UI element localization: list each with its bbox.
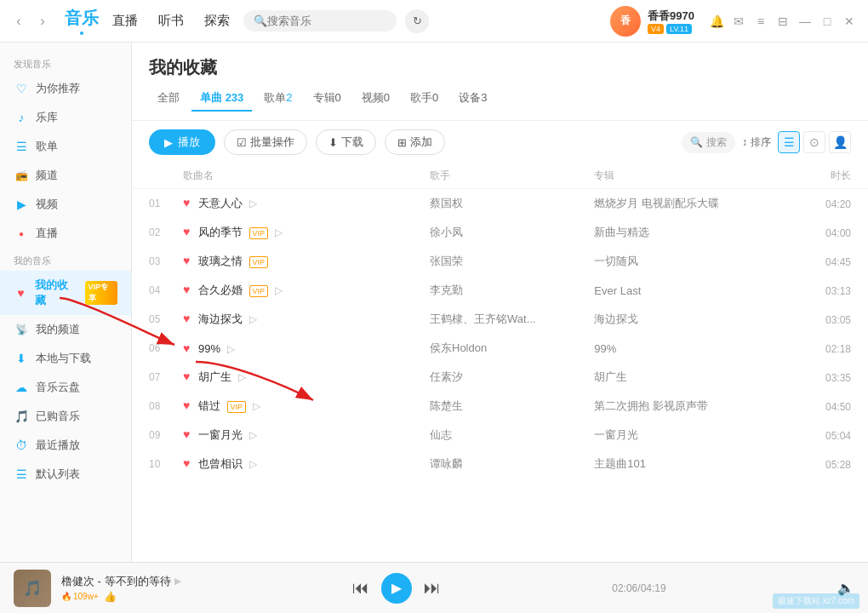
song-num: 03 bbox=[149, 255, 183, 267]
song-play-btn[interactable]: ▷ bbox=[227, 343, 235, 355]
vip-tag: VIP专享 bbox=[85, 281, 117, 305]
vip-song-tag: VIP bbox=[249, 227, 269, 239]
song-list: 01 ♥ 天意人心 ▷ 蔡国权 燃烧岁月 电视剧配乐大碟 04:20 02 ♥ … bbox=[132, 189, 868, 562]
tab-album[interactable]: 专辑0 bbox=[305, 86, 350, 112]
col-num-header bbox=[149, 169, 183, 183]
table-row[interactable]: 09 ♥ 一窗月光 ▷ 仙志 一窗月光 05:04 bbox=[132, 421, 868, 450]
sidebar-section-mymusic: 我的音乐 bbox=[0, 248, 131, 271]
song-num: 06 bbox=[149, 342, 183, 354]
table-row[interactable]: 06 ♥ 99% ▷ 侯东Holdon 99% 02:18 bbox=[132, 334, 868, 363]
live-icon: ● bbox=[14, 226, 29, 241]
song-duration-cell: 03:05 bbox=[800, 313, 851, 326]
song-play-btn[interactable]: ▷ bbox=[249, 429, 257, 441]
tab-playlist[interactable]: 歌单2 bbox=[255, 86, 300, 112]
batch-button[interactable]: ☑ 批量操作 bbox=[224, 129, 307, 155]
heart-icon[interactable]: ♥ bbox=[183, 312, 190, 325]
tab-songs[interactable]: 单曲 233 bbox=[191, 86, 252, 112]
table-row[interactable]: 03 ♥ 玻璃之情 VIP 张国荣 一切随风 04:45 bbox=[132, 247, 868, 276]
sidebar-label-download: 本地与下载 bbox=[36, 351, 91, 366]
table-row[interactable]: 10 ♥ 也曾相识 ▷ 谭咏麟 主题曲101 05:28 bbox=[132, 450, 868, 478]
watermark: 极速下载站 xz7.com bbox=[773, 593, 859, 609]
download-icon: ⬇ bbox=[14, 351, 29, 366]
back-button[interactable]: ‹ bbox=[10, 13, 27, 30]
minimize-icon[interactable]: — bbox=[797, 13, 814, 30]
nav-book[interactable]: 听书 bbox=[158, 13, 184, 29]
song-artist: 侯东Holdon bbox=[430, 341, 487, 354]
menu-icon[interactable]: ≡ bbox=[752, 13, 769, 30]
refresh-button[interactable]: ↻ bbox=[405, 9, 429, 33]
sidebar-item-cloud[interactable]: ☁ 音乐云盘 bbox=[0, 373, 131, 402]
heart-icon[interactable]: ♥ bbox=[183, 370, 190, 383]
sidebar-item-default[interactable]: ☰ 默认列表 bbox=[0, 460, 131, 489]
song-play-btn[interactable]: ▷ bbox=[238, 371, 246, 383]
sidebar-item-mychannel[interactable]: 📡 我的频道 bbox=[0, 315, 131, 344]
sidebar-item-favorites[interactable]: ♥ 我的收藏 VIP专享 bbox=[0, 271, 131, 315]
search-input[interactable] bbox=[267, 14, 378, 27]
heart-icon[interactable]: ♥ bbox=[183, 196, 190, 209]
play-all-button[interactable]: ▶ 播放 bbox=[149, 129, 215, 155]
heart-icon[interactable]: ♥ bbox=[183, 427, 190, 441]
user-view-button[interactable]: 👤 bbox=[829, 131, 851, 153]
grid-view-button[interactable]: ⊙ bbox=[803, 131, 825, 153]
player-time: 02:06/04:19 bbox=[612, 582, 665, 594]
maximize-icon[interactable]: □ bbox=[819, 13, 836, 30]
song-play-btn[interactable]: ▷ bbox=[249, 458, 257, 470]
heart-icon[interactable]: ♥ bbox=[183, 283, 190, 296]
tab-all[interactable]: 全部 bbox=[149, 86, 188, 112]
username: 香香9970 bbox=[648, 9, 694, 24]
flame-icon: 🔥 bbox=[61, 592, 71, 601]
nav-live[interactable]: 直播 bbox=[112, 13, 138, 29]
song-play-btn[interactable]: ▷ bbox=[249, 198, 257, 209]
sidebar-item-purchased[interactable]: 🎵 已购音乐 bbox=[0, 402, 131, 431]
nav-explore[interactable]: 探索 bbox=[204, 13, 230, 29]
next-button[interactable]: ⏭ bbox=[424, 578, 441, 598]
like-icon[interactable]: 👍 bbox=[104, 591, 117, 603]
sidebar-item-recommend[interactable]: ♡ 为你推荐 bbox=[0, 74, 131, 103]
table-row[interactable]: 01 ♥ 天意人心 ▷ 蔡国权 燃烧岁月 电视剧配乐大碟 04:20 bbox=[132, 189, 868, 218]
table-row[interactable]: 07 ♥ 胡广生 ▷ 任素汐 胡广生 03:35 bbox=[132, 363, 868, 392]
sidebar-item-playlist[interactable]: ☰ 歌单 bbox=[0, 132, 131, 161]
close-icon[interactable]: ✕ bbox=[841, 13, 858, 30]
bell-icon[interactable]: 🔔 bbox=[708, 13, 725, 30]
sidebar-item-download[interactable]: ⬇ 本地与下载 bbox=[0, 344, 131, 373]
sidebar-item-library[interactable]: ♪ 乐库 bbox=[0, 103, 131, 132]
heart-icon[interactable]: ♥ bbox=[183, 341, 190, 355]
song-play-btn[interactable]: ▷ bbox=[249, 313, 257, 325]
sidebar-item-video[interactable]: ▶ 视频 bbox=[0, 190, 131, 219]
download-button[interactable]: ⬇ 下载 bbox=[316, 129, 376, 155]
tab-artist[interactable]: 歌手0 bbox=[402, 86, 447, 112]
forward-button[interactable]: › bbox=[34, 13, 51, 30]
mail-icon[interactable]: ✉ bbox=[730, 13, 747, 30]
player-bar: 🎵 橹健次 - 等不到的等待 ▶ 🔥 109w+ 👍 ⏮ ▶ ⏭ 02:06/0… bbox=[0, 562, 868, 613]
heart-icon[interactable]: ♥ bbox=[183, 398, 190, 412]
tab-device[interactable]: 设备3 bbox=[450, 86, 495, 112]
song-play-btn[interactable]: ▷ bbox=[275, 284, 283, 296]
sidebar-item-channel[interactable]: 📻 频道 bbox=[0, 161, 131, 190]
sidebar-item-live[interactable]: ● 直播 bbox=[0, 219, 131, 248]
sidebar-item-recent[interactable]: ⏱ 最近播放 bbox=[0, 431, 131, 460]
song-play-btn[interactable]: ▷ bbox=[275, 226, 283, 238]
sidebar-toggle-icon[interactable]: ⊟ bbox=[774, 13, 791, 30]
list-view-button[interactable]: ☰ bbox=[778, 131, 800, 153]
search-mini-button[interactable]: 🔍 搜索 bbox=[682, 132, 735, 153]
heart-icon[interactable]: ♥ bbox=[183, 254, 190, 267]
library-icon: ♪ bbox=[14, 110, 29, 125]
song-title: 胡广生 bbox=[198, 370, 231, 383]
add-button[interactable]: ⊞ 添加 bbox=[385, 129, 445, 155]
song-title: 天意人心 bbox=[198, 197, 243, 209]
song-artist: 仙志 bbox=[430, 428, 452, 441]
song-album: 第二次拥抱 影视原声带 bbox=[594, 399, 708, 412]
col-name-header: 歌曲名 bbox=[183, 169, 430, 183]
play-pause-button[interactable]: ▶ bbox=[381, 573, 412, 604]
heart-icon[interactable]: ♥ bbox=[183, 456, 190, 470]
table-row[interactable]: 08 ♥ 错过 VIP ▷ 陈楚生 第二次拥抱 影视原声带 04:50 bbox=[132, 392, 868, 421]
tab-video[interactable]: 视频0 bbox=[353, 86, 398, 112]
song-play-btn[interactable]: ▷ bbox=[253, 400, 260, 412]
sort-button[interactable]: ↕ 排序 bbox=[742, 135, 771, 150]
table-row[interactable]: 05 ♥ 海边探戈 ▷ 王鹤棣、王齐铭Wat... 海边探戈 03:05 bbox=[132, 305, 868, 334]
heart-icon[interactable]: ♥ bbox=[183, 225, 190, 238]
table-row[interactable]: 04 ♥ 合久必婚 VIP ▷ 李克勤 Ever Last 03:13 bbox=[132, 276, 868, 305]
search-box[interactable]: 🔍 bbox=[243, 10, 397, 32]
prev-button[interactable]: ⏮ bbox=[352, 578, 369, 598]
table-row[interactable]: 02 ♥ 风的季节 VIP ▷ 徐小凤 新曲与精选 04:00 bbox=[132, 218, 868, 247]
